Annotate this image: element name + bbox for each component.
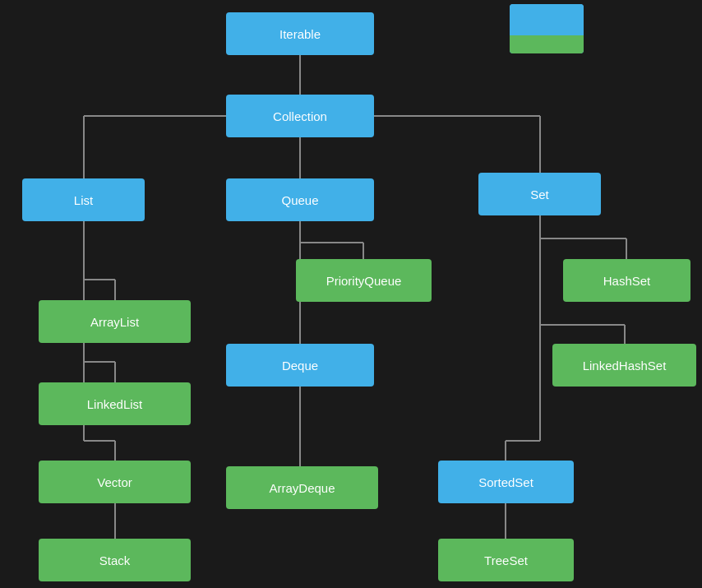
sortedset-node[interactable]: SortedSet: [438, 461, 574, 503]
arraylist-node[interactable]: ArrayList: [39, 300, 191, 343]
queue-label: Queue: [281, 193, 318, 207]
priorityqueue-label: PriorityQueue: [326, 274, 402, 288]
hashset-node[interactable]: HashSet: [563, 259, 690, 302]
priorityqueue-node[interactable]: PriorityQueue: [296, 259, 432, 302]
set-node[interactable]: Set: [478, 173, 601, 215]
treeset-node[interactable]: TreeSet: [438, 539, 574, 581]
stack-node[interactable]: Stack: [39, 539, 191, 581]
treeset-label: TreeSet: [484, 553, 528, 567]
arraydeque-node[interactable]: ArrayDeque: [226, 466, 378, 509]
iterable-top-node[interactable]: [510, 4, 584, 53]
hashset-label: HashSet: [603, 274, 651, 288]
iterable-label: Iterable: [279, 27, 321, 41]
linkedhashset-label: LinkedHashSet: [583, 359, 667, 373]
arraylist-label: ArrayList: [90, 315, 139, 329]
vector-label: Vector: [97, 475, 132, 489]
linkedlist-label: LinkedList: [87, 397, 143, 411]
list-label: List: [74, 193, 93, 207]
sortedset-label: SortedSet: [478, 475, 533, 489]
list-node[interactable]: List: [22, 178, 145, 221]
deque-label: Deque: [282, 359, 318, 373]
stack-label: Stack: [99, 553, 131, 567]
deque-node[interactable]: Deque: [226, 344, 374, 387]
set-label: Set: [530, 188, 549, 201]
arraydeque-label: ArrayDeque: [269, 481, 335, 495]
collection-node[interactable]: Collection: [226, 95, 374, 137]
vector-node[interactable]: Vector: [39, 461, 191, 503]
linkedlist-node[interactable]: LinkedList: [39, 382, 191, 425]
linkedhashset-node[interactable]: LinkedHashSet: [552, 344, 696, 387]
iterable-node[interactable]: Iterable: [226, 12, 374, 55]
collection-label: Collection: [273, 109, 327, 123]
queue-node[interactable]: Queue: [226, 178, 374, 221]
